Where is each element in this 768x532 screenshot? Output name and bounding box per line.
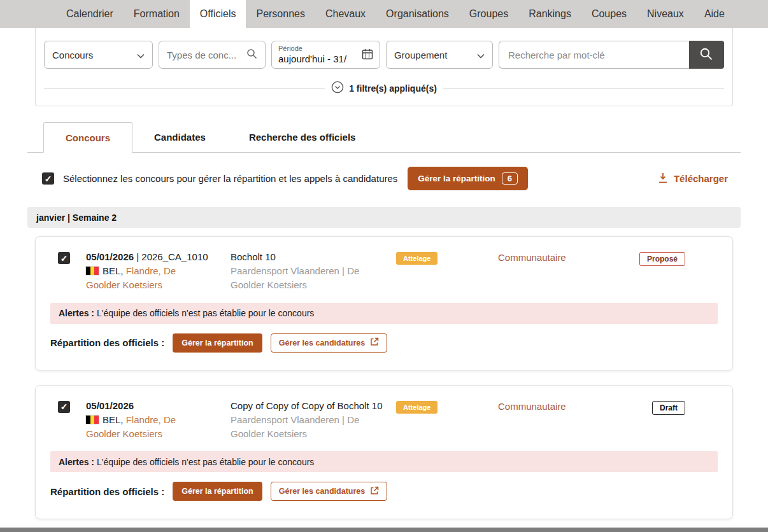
tab-concours[interactable]: Concours [43,122,132,153]
concours-status-column: Proposé [639,250,685,266]
concours-date-column: 05/01/2026 BEL, Flandre, De Goolder Koet… [86,399,207,442]
expand-filters-icon[interactable] [331,81,344,95]
keyword-search-group [499,41,724,69]
alert-label: Alertes : [59,308,94,318]
nav-item-chevaux[interactable]: Chevaux [315,0,376,28]
bottom-scrollbar[interactable] [0,528,768,532]
gerer-candidatures-label: Gérer les candidatures [279,487,365,496]
divider-line [44,88,325,88]
alert-text: L'équipe des officiels n'est pas établie… [97,457,314,467]
concours-checkbox[interactable] [58,401,70,413]
external-link-icon [370,486,379,497]
concours-card-main-row: 05/01/2026 | 2026_CA_1010 BEL, Flandre, … [36,237,732,293]
groupement-filter-dropdown[interactable]: Groupement [386,41,493,69]
concours-country-separator: , [120,265,125,276]
filter-panel: Concours Types de conc... Période aujour… [35,28,733,106]
concours-filter-label: Concours [52,50,93,60]
week-group-header: janvier | Semaine 2 [27,207,741,228]
card-gerer-repartition-button[interactable]: Gérer la répartition [173,333,262,353]
periode-filter-value: aujourd'hui - 31/ [278,53,346,65]
selection-count-badge: 6 [502,172,518,185]
tabs: Concours Candidates Recherche des offici… [27,122,741,153]
nav-item-formation[interactable]: Formation [124,0,190,28]
tab-candidates[interactable]: Candidates [132,122,227,152]
search-icon [699,47,713,63]
chevron-down-icon [477,50,485,60]
alert-label: Alertes : [59,457,94,467]
telecharger-link[interactable]: Télécharger [658,172,728,185]
selection-toolbar: Sélectionnez les concours pour gérer la … [27,167,741,190]
groupement-filter-label: Groupement [394,50,447,60]
nav-item-aide[interactable]: Aide [694,0,735,28]
periode-filter-label: Période [278,45,346,53]
concours-discipline-column: Attelage [396,399,498,414]
concours-organizer: Paardensport Vlaanderen | De Goolder Koe… [231,264,361,292]
card-gerer-repartition-button[interactable]: Gérer la répartition [173,482,262,501]
external-link-icon [370,337,379,348]
select-all-checkbox[interactable] [42,172,54,185]
nav-item-organisations[interactable]: Organisations [376,0,459,28]
applied-filters-text: 1 filtre(s) appliqué(s) [349,83,437,94]
concours-discipline-column: Attelage [396,250,498,265]
concours-checkbox[interactable] [58,252,70,264]
telecharger-label: Télécharger [674,173,728,184]
nav-item-rankings[interactable]: Rankings [518,0,581,28]
chevron-down-icon [137,50,145,60]
nav-item-officiels[interactable]: Officiels [190,0,246,28]
concours-title: Copy of Copy of Copy of Bocholt 10 [231,399,361,413]
discipline-badge: Attelage [396,252,437,265]
filter-row: Concours Types de conc... Période aujour… [44,41,724,69]
concours-filter-dropdown[interactable]: Concours [44,41,153,69]
calendar-icon [362,48,373,62]
concours-organizer: Paardensport Vlaanderen | De Goolder Koe… [231,413,361,441]
concours-category: Communautaire [498,399,594,412]
nav-item-coupes[interactable]: Coupes [581,0,637,28]
concours-country: BEL [103,414,120,425]
types-filter-label: Types de conc... [167,50,236,60]
concours-date: 05/01/2026 [86,400,134,411]
selection-label: Sélectionnez les concours pour gérer la … [63,173,397,184]
applied-filters-row: 1 filtre(s) appliqué(s) [44,81,724,95]
card-gerer-candidatures-button[interactable]: Gérer les candidatures [271,482,387,501]
concours-card: 05/01/2026 | 2026_CA_1010 BEL, Flandre, … [35,236,733,371]
concours-card-main-row: 05/01/2026 BEL, Flandre, De Goolder Koet… [36,386,732,442]
nav-item-personnes[interactable]: Personnes [246,0,315,28]
keyword-search-input[interactable] [499,41,689,69]
concours-country: BEL [103,265,120,276]
belgium-flag-icon [86,267,99,275]
search-icon [246,48,257,61]
concours-repartition-row: Répartition des officiels : Gérer la rép… [50,482,717,501]
nav-item-niveaux[interactable]: Niveaux [637,0,694,28]
tab-recherche-des-officiels[interactable]: Recherche des officiels [227,122,378,152]
concours-title: Bocholt 10 [231,250,361,264]
concours-code: | 2026_CA_1010 [134,251,208,262]
nav-item-groupes[interactable]: Groupes [459,0,518,28]
card-gerer-candidatures-button[interactable]: Gérer les candidatures [271,333,387,353]
repartition-label: Répartition des officiels : [50,486,164,497]
main-content: Concours Candidates Recherche des offici… [27,122,741,519]
concours-category: Communautaire [498,250,594,263]
periode-filter[interactable]: Période aujourd'hui - 31/ [271,41,380,69]
concours-alert: Alertes : L'équipe des officiels n'est p… [50,303,718,324]
types-concours-filter[interactable]: Types de conc... [159,41,266,69]
concours-card: 05/01/2026 BEL, Flandre, De Goolder Koet… [35,385,733,520]
concours-title-column: Bocholt 10 Paardensport Vlaanderen | De … [231,250,361,293]
gerer-repartition-button-label: Gérer la répartition [418,174,495,183]
concours-alert: Alertes : L'équipe des officiels n'est p… [50,451,718,472]
gerer-repartition-button[interactable]: Gérer la répartition 6 [408,167,528,190]
concours-date-column: 05/01/2026 | 2026_CA_1010 BEL, Flandre, … [86,250,207,293]
concours-repartition-row: Répartition des officiels : Gérer la rép… [50,333,717,353]
concours-date: 05/01/2026 [86,251,134,262]
concours-location-links[interactable]: Flandre, De Goolder Koetsiers [86,414,176,439]
status-badge: Draft [652,401,685,415]
alert-text: L'équipe des officiels n'est pas établie… [97,308,314,318]
divider-line [443,88,724,88]
status-badge: Proposé [639,252,685,266]
concours-location-links[interactable]: Flandre, De Goolder Koetsiers [86,265,176,290]
concours-title-column: Copy of Copy of Copy of Bocholt 10 Paard… [231,399,361,442]
nav-item-calendrier[interactable]: Calendrier [56,0,124,28]
search-button[interactable] [689,41,724,69]
concours-country-separator: , [120,414,125,425]
top-navigation: Calendrier Formation Officiels Personnes… [0,0,768,28]
download-icon [658,172,668,185]
